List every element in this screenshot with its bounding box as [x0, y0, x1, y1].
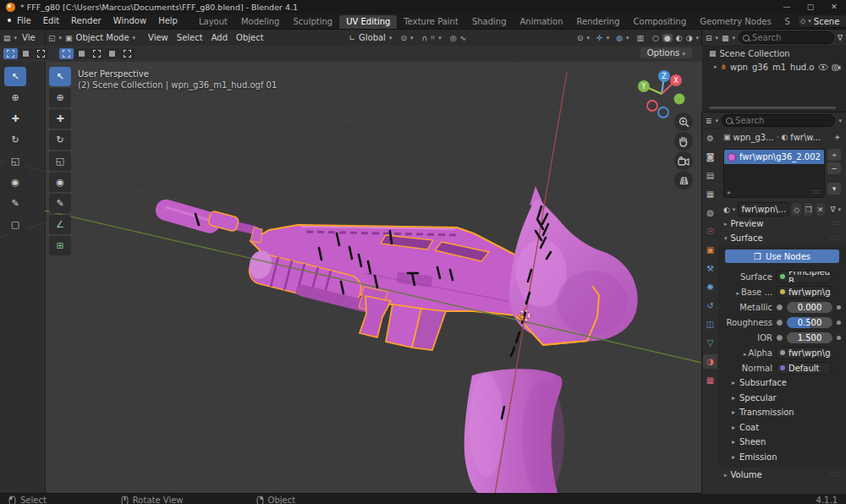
overlays-toggle-icon[interactable]: ◍ — [616, 34, 623, 42]
preview-panel-header[interactable]: ▸Preview∷∷ — [718, 216, 846, 231]
tool-button-annotate[interactable]: ✎ — [49, 194, 71, 213]
material-slot-selected[interactable]: fwr\wpn\g36_2.002 — [724, 150, 824, 164]
surface-subpanel[interactable]: Emission — [723, 450, 841, 465]
perspective-toggle-button[interactable] — [674, 171, 693, 189]
viewport-menu[interactable]: View — [144, 33, 173, 42]
uv-mode-extend-button[interactable] — [19, 48, 33, 59]
surface-subpanel[interactable]: Sheen — [723, 435, 841, 450]
workspace-tab[interactable]: Geometry Nodes — [693, 15, 777, 29]
pan-hand-button[interactable] — [674, 132, 693, 151]
workspace-tab[interactable]: Animation — [514, 15, 570, 29]
material-slot-name[interactable]: fwr\wpn\g36_2.002 — [739, 152, 821, 162]
unlink-material-icon[interactable]: ✕ — [816, 203, 825, 216]
mode-dropdown[interactable]: Object Mode — [76, 33, 129, 42]
workspace-tab[interactable]: Rendering — [569, 15, 626, 29]
properties-tab-texture[interactable]: ▦ — [703, 373, 717, 387]
mode-intersect-button[interactable] — [120, 48, 135, 59]
workspace-tab[interactable]: Texture Paint — [397, 15, 465, 29]
uv-tool-button-grab-region[interactable]: ▢ — [4, 215, 26, 234]
minimize-button[interactable]: — — [775, 0, 799, 14]
outliner-row-scene-collection[interactable]: ▦ Scene Collection — [702, 47, 846, 60]
shading-material-icon[interactable]: ◐ — [676, 34, 683, 42]
volume-panel-header[interactable]: ▸Volume∷∷ — [718, 468, 846, 482]
properties-tab-constraints[interactable]: ◫ — [703, 317, 717, 331]
tool-button-rotate[interactable]: ↻ — [49, 130, 71, 150]
object-label[interactable]: wpn_g36_m1_hud.ogf — [730, 63, 815, 72]
viewport-editor-type-icon[interactable]: ◱ — [48, 34, 56, 42]
close-button[interactable]: ✕ — [822, 0, 846, 14]
workspace-tab[interactable]: Sculpting — [286, 15, 339, 29]
tool-button-cursor[interactable]: ⊕ — [49, 88, 71, 107]
base-color-field[interactable]: fwr\wpn\g3... — [776, 286, 832, 299]
menu[interactable]: Help — [152, 14, 184, 29]
fake-user-shield-icon[interactable]: ◇ — [792, 203, 801, 216]
properties-tab-render[interactable]: ◙ — [703, 150, 717, 164]
workspace-tab[interactable]: Shading — [465, 15, 514, 29]
properties-search-input[interactable]: Search — [722, 114, 835, 127]
tool-button-add-cube[interactable]: ⊞ — [49, 236, 71, 255]
mode-extend-button[interactable] — [74, 48, 89, 59]
properties-editor-type-icon[interactable]: ≣ — [706, 117, 712, 125]
uv-tool-button-scale[interactable]: ◱ — [4, 151, 26, 171]
viewport-3d[interactable]: ↖⊕✚↻◱◉✎▢ ↖⊕✚↻◱◉✎∠⊞ User Perspective (2) … — [0, 62, 702, 493]
proportional-editing-icon[interactable]: ◎ — [450, 34, 457, 42]
outliner-display-mode-icon[interactable]: ⊟ — [706, 34, 712, 42]
tool-button-transform[interactable]: ◉ — [49, 173, 71, 192]
list-expand-icon[interactable]: ▸ — [728, 189, 731, 196]
uv-tool-button-rotate[interactable]: ↻ — [4, 130, 26, 150]
visibility-icon[interactable]: ⊙ — [577, 34, 584, 42]
maximize-button[interactable]: ▢ — [799, 0, 822, 14]
surface-subpanel[interactable]: Transmission — [723, 405, 841, 420]
uv-editor-type-icon[interactable]: ▤ — [3, 34, 11, 42]
properties-tab-output[interactable]: ▤ — [703, 168, 717, 183]
surface-shader-field[interactable]: Principled B... — [776, 271, 832, 283]
shading-rendered-icon[interactable]: ◑ — [686, 34, 693, 42]
scene-selector[interactable]: ⬦▾ Scene ✦ ❐ ✕ — [797, 14, 846, 28]
roughness-slider[interactable]: 0.500 — [787, 317, 832, 328]
uv-tool-button-transform[interactable]: ◉ — [4, 173, 26, 192]
properties-tab-world[interactable]: ☉ — [703, 224, 717, 238]
breadcrumb-object[interactable]: wpn_g3... — [733, 133, 774, 142]
uv-tool-button-move[interactable]: ✚ — [4, 109, 26, 129]
tool-button-scale[interactable]: ◱ — [49, 151, 71, 171]
gizmo-x-neg-ball[interactable] — [647, 101, 657, 111]
viewport-menu[interactable]: Object — [232, 33, 268, 42]
outliner-search-input[interactable]: Search — [739, 31, 834, 44]
mode-set-button[interactable] — [59, 48, 74, 59]
surface-subpanel[interactable]: Subsurface — [723, 375, 841, 391]
properties-tab-material[interactable]: ◑ — [703, 354, 717, 369]
workspace-tab[interactable]: Modeling — [234, 15, 287, 29]
surface-panel-header[interactable]: ▾Surface∷∷ — [718, 231, 846, 245]
filter-funnel-icon[interactable]: ∇ — [830, 205, 835, 214]
material-ball-icon[interactable]: ◐ — [723, 205, 730, 214]
disable-render-camera-icon[interactable] — [832, 63, 841, 71]
snap-magnet-icon[interactable]: ∩ — [421, 34, 427, 42]
transform-orientation-dropdown[interactable]: Global — [359, 33, 386, 42]
scene-collection-label[interactable]: Scene Collection — [720, 49, 790, 58]
filter-funnel-icon[interactable]: ∇ — [838, 34, 843, 42]
menu[interactable]: File — [11, 14, 37, 29]
normal-field[interactable]: Default — [776, 362, 832, 375]
workspace-tab[interactable]: Layout — [192, 15, 234, 29]
shading-solid-icon[interactable]: ● — [662, 34, 673, 42]
properties-tab-view-layer[interactable]: ▦ — [703, 187, 717, 201]
breadcrumb-material[interactable]: fwr\w... — [790, 133, 821, 142]
pin-icon[interactable]: ✦ — [834, 133, 841, 142]
expand-chevron-icon[interactable]: ▸ — [714, 63, 717, 70]
add-slot-button[interactable]: ＋ — [827, 149, 841, 161]
tool-button-move[interactable]: ✚ — [49, 109, 71, 129]
keyframe-dot-icon[interactable] — [837, 320, 841, 325]
keyframe-dot-icon[interactable] — [837, 336, 841, 340]
list-grip-icon[interactable]: ∷∷ — [812, 189, 821, 196]
material-name-field[interactable]: fwr\wpn\... — [738, 202, 789, 216]
remove-slot-button[interactable]: − — [827, 162, 841, 174]
slot-specials-button[interactable]: ▾ — [827, 183, 841, 194]
keyframe-dot-icon[interactable] — [837, 305, 841, 310]
alpha-field[interactable]: fwr\wpn\g3... — [776, 347, 832, 359]
viewport-menu[interactable]: Select — [173, 33, 207, 42]
workspace-tab[interactable]: Compositing — [627, 15, 694, 29]
shading-wireframe-icon[interactable]: ○ — [652, 34, 659, 42]
falloff-icon[interactable]: ∿ — [460, 34, 467, 42]
surface-subpanel[interactable]: Coat — [723, 420, 841, 436]
outliner-filter-id-icon[interactable]: ▦ — [722, 34, 729, 42]
